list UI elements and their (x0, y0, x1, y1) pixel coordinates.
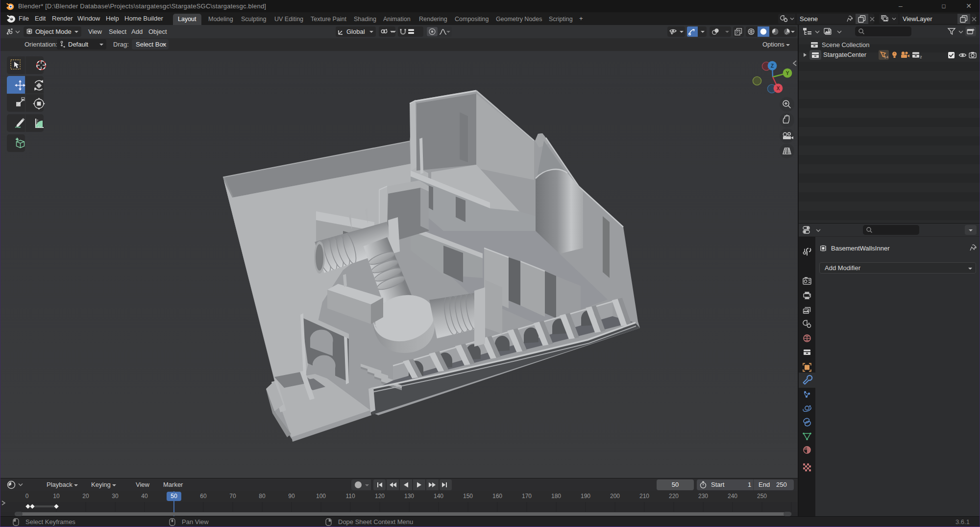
svg-text:2: 2 (920, 55, 922, 59)
svg-text:Y: Y (786, 71, 789, 76)
svg-text:14: 14 (884, 55, 888, 59)
svg-text:Z: Z (771, 63, 774, 69)
svg-text:X: X (777, 86, 780, 91)
